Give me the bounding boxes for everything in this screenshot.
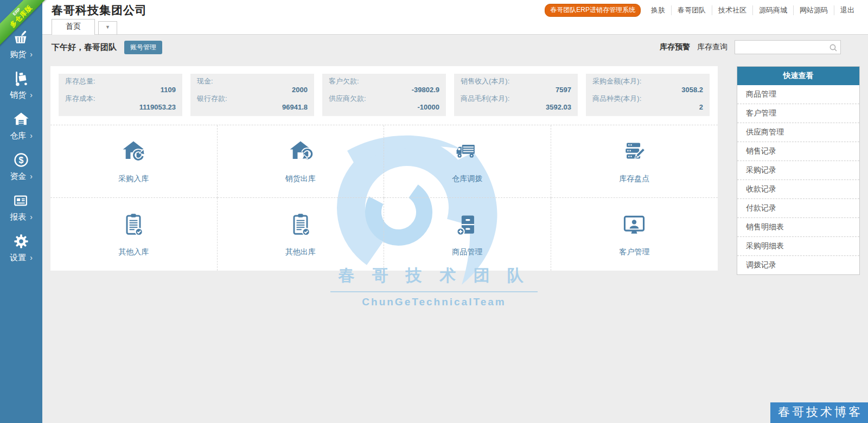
quick-item-receipt-records[interactable]: 收款记录	[737, 180, 859, 199]
truck-icon	[454, 139, 481, 167]
erp-system-badge[interactable]: 春哥团队ERP进销存管理系统	[545, 4, 641, 17]
quick-item-transfer-records[interactable]: 调拨记录	[737, 256, 859, 274]
stat-card-purchases: 采购金额(本月): 3058.2 商品种类(本月): 2	[586, 74, 710, 116]
stat-label: 客户欠款:	[329, 77, 439, 86]
account-manage-button[interactable]: 账号管理	[124, 41, 162, 54]
chevron-right-icon: ›	[30, 213, 33, 221]
search-box	[735, 40, 841, 54]
greeting-text: 下午好，春哥团队	[52, 42, 117, 53]
quick-item-sales-detail[interactable]: 销售明细表	[737, 218, 859, 237]
inventory-query-link[interactable]: 库存查询	[697, 42, 727, 52]
clipboard-check-icon	[287, 212, 314, 240]
quick-view-title: 快速查看	[737, 67, 859, 85]
warehouse-icon	[13, 111, 29, 128]
tile-stocktaking[interactable]: 库存盘点	[551, 125, 718, 198]
chevron-right-icon: ›	[30, 91, 33, 99]
sidebar-item-sales[interactable]: 销货 ›	[0, 65, 42, 105]
quick-view-panel: 快速查看 商品管理 客户管理 供应商管理 销售记录 采购记录 收款记录 付款记录…	[737, 66, 860, 275]
content-area: 下午好，春哥团队 账号管理 库存预警 库存查询	[42, 35, 868, 423]
tab-bar: 首页 ▼	[42, 20, 868, 35]
stat-card-debts: 客户欠款: -39802.9 供应商欠款: -10000	[322, 74, 446, 116]
topbar: 春哥科技集团公司 春哥团队ERP进销存管理系统 换肤 春哥团队 技术社区 源码商…	[42, 0, 868, 20]
money-icon: $	[13, 151, 29, 169]
top-link-skin[interactable]: 换肤	[645, 5, 671, 15]
tile-label: 采购入库	[118, 174, 149, 184]
stat-label: 供应商欠款:	[329, 94, 439, 103]
sidebar-item-purchase[interactable]: 购货 ›	[0, 24, 42, 65]
top-link-team[interactable]: 春哥团队	[671, 5, 712, 15]
chevron-right-icon: ›	[30, 172, 33, 180]
search-input[interactable]	[735, 41, 840, 54]
sidebar-item-label: 报表	[10, 212, 26, 222]
gear-icon	[13, 233, 29, 250]
quick-item-suppliers[interactable]: 供应商管理	[737, 123, 859, 142]
sidebar: 购货 › 销货	[0, 0, 42, 423]
top-link-logout[interactable]: 退出	[834, 5, 860, 15]
handtruck-icon	[13, 70, 29, 87]
inventory-toolbar: 库存预警 库存查询	[660, 40, 841, 54]
quick-item-products[interactable]: 商品管理	[737, 85, 859, 104]
shortcut-tiles: 采购入库	[50, 125, 718, 271]
tile-other-inbound[interactable]: 其他入库	[50, 198, 218, 271]
tile-warehouse-transfer[interactable]: 仓库调拨	[384, 125, 551, 198]
tab-dropdown-button[interactable]: ▼	[98, 21, 117, 35]
stat-value: -10000	[329, 103, 439, 112]
sidebar-item-label: 资金	[10, 171, 26, 182]
erp-home-page: 购货 › 销货	[0, 0, 868, 423]
cabinet-plus-icon	[454, 212, 481, 240]
tile-label: 商品管理	[452, 247, 482, 257]
sidebar-item-reports[interactable]: 报表 ›	[0, 187, 42, 227]
top-links: 春哥团队ERP进销存管理系统 换肤 春哥团队 技术社区 源码商城 网站源码 退出	[545, 4, 860, 17]
quick-item-payment-records[interactable]: 付款记录	[737, 199, 859, 218]
stat-value: -39802.9	[329, 86, 439, 94]
tab-home[interactable]: 首页	[52, 19, 95, 35]
quick-item-purchase-detail[interactable]: 采购明细表	[737, 237, 859, 256]
stat-label: 商品种类(本月):	[592, 94, 703, 103]
tile-label: 客户管理	[619, 247, 649, 257]
page-title: 春哥科技集团公司	[52, 3, 147, 18]
stat-value: 7597	[461, 86, 571, 94]
stat-label: 库存成本:	[65, 94, 176, 103]
inventory-warning-link[interactable]: 库存预警	[660, 42, 690, 52]
sidebar-nav: 购货 › 销货	[0, 0, 42, 268]
stat-value: 3592.03	[461, 103, 571, 112]
sidebar-item-label: 购货	[10, 49, 26, 60]
quick-item-sales-records[interactable]: 销售记录	[737, 142, 859, 161]
monitor-user-icon	[621, 212, 648, 240]
stat-value: 1119053.23	[65, 103, 176, 112]
stat-label: 商品毛利(本月):	[461, 94, 571, 103]
tile-sales-outbound[interactable]: 销货出库	[218, 125, 385, 198]
sidebar-item-label: 销货	[10, 90, 26, 100]
top-link-site-source[interactable]: 网站源码	[793, 5, 834, 15]
stat-value: 1109	[65, 86, 176, 94]
tile-customer-management[interactable]: 客户管理	[551, 198, 718, 271]
main-area: 春哥科技集团公司 春哥团队ERP进销存管理系统 换肤 春哥团队 技术社区 源码商…	[42, 0, 868, 423]
tile-product-management[interactable]: 商品管理	[384, 198, 551, 271]
quick-item-purchase-records[interactable]: 采购记录	[737, 161, 859, 180]
tile-label: 库存盘点	[619, 174, 649, 184]
tile-label: 仓库调拨	[452, 174, 482, 184]
report-icon	[13, 192, 29, 209]
house-arrow-out-icon	[287, 139, 314, 167]
quick-item-customers[interactable]: 客户管理	[737, 104, 859, 123]
top-link-community[interactable]: 技术社区	[712, 5, 752, 15]
stat-value: 96941.8	[197, 103, 308, 112]
stat-card-sales: 销售收入(本月): 7597 商品毛利(本月): 3592.03	[454, 74, 578, 116]
tile-purchase-inbound[interactable]: 采购入库	[50, 125, 218, 198]
search-icon[interactable]	[829, 43, 838, 54]
blog-watermark-badge: 春哥技术博客	[770, 402, 868, 423]
sidebar-item-settings[interactable]: 设置 ›	[0, 227, 42, 268]
clipboard-check-icon	[120, 212, 147, 240]
sidebar-item-funds[interactable]: $ 资金 ›	[0, 146, 42, 187]
basket-icon	[13, 29, 29, 47]
tile-label: 其他入库	[118, 247, 149, 257]
stat-value: 2000	[197, 86, 308, 94]
stat-label: 现金:	[197, 77, 308, 86]
sidebar-item-label: 设置	[10, 253, 26, 263]
dashboard-panel: 库存总量: 1109 库存成本: 1119053.23 现金: 2000 银行存…	[50, 66, 718, 271]
tile-other-outbound[interactable]: 其他出库	[218, 198, 385, 271]
tile-label: 其他出库	[285, 247, 316, 257]
top-link-source-mall[interactable]: 源码商城	[752, 5, 793, 15]
sidebar-item-warehouse[interactable]: 仓库 ›	[0, 105, 42, 146]
tile-label: 销货出库	[285, 174, 316, 184]
